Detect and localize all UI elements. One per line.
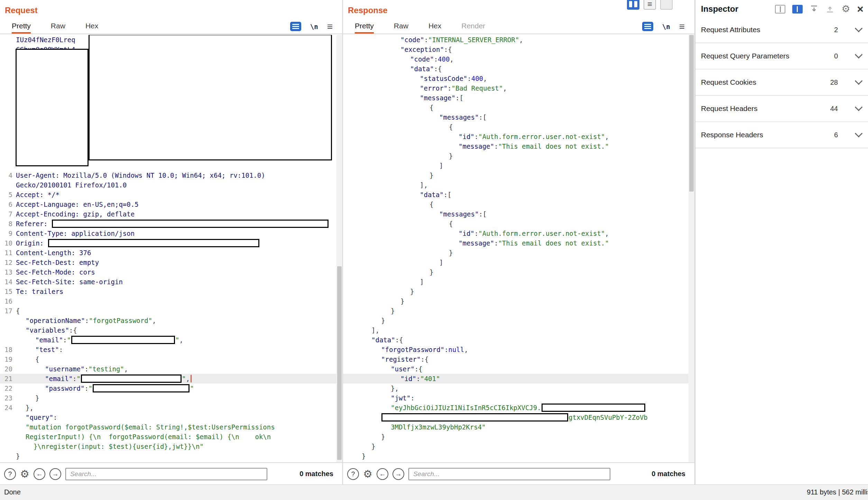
code-line[interactable]: "data":{: [343, 64, 694, 74]
code-line[interactable]: RegisterInput!) {\n forgotPassword(email…: [0, 432, 342, 442]
code-line[interactable]: ]: [343, 161, 694, 170]
code-line[interactable]: }: [343, 170, 694, 180]
help-icon[interactable]: ?: [4, 468, 16, 480]
tab-hex[interactable]: Hex: [85, 19, 98, 34]
code-line[interactable]: 15Te: trailers: [0, 287, 342, 296]
code-line[interactable]: 7Accept-Encoding: gzip, deflate: [0, 209, 342, 219]
code-line[interactable]: }: [343, 151, 694, 161]
code-line[interactable]: }: [343, 442, 694, 451]
code-line[interactable]: "error":"Bad Request",: [343, 83, 694, 93]
code-line[interactable]: "id":"401": [343, 374, 694, 383]
inspector-section-request-query-parameters[interactable]: Request Query Parameters0: [695, 43, 868, 70]
inspector-section-request-attributes[interactable]: Request Attributes2: [695, 17, 868, 43]
chevron-down-icon[interactable]: [855, 103, 863, 111]
show-newlines-icon[interactable]: \n: [662, 23, 670, 30]
code-line[interactable]: 17{: [0, 306, 342, 316]
code-line[interactable]: "forgotPassword":null,: [343, 345, 694, 354]
syntax-highlight-icon[interactable]: [642, 22, 653, 31]
code-line[interactable]: "messages":[: [343, 112, 694, 122]
inspector-layout-split-icon[interactable]: [775, 5, 785, 13]
request-editor[interactable]: IUz04fNezF0LreqCGhxmOoQ8WXmtL44User-Agen…: [0, 35, 342, 462]
code-line[interactable]: "id":"Auth.form.error.user.not-exist",: [343, 229, 694, 238]
request-scrollbar[interactable]: [336, 35, 342, 462]
code-line[interactable]: "variables":{: [0, 325, 342, 335]
code-line[interactable]: }: [343, 287, 694, 296]
code-line[interactable]: 14Sec-Fetch-Site: same-origin: [0, 277, 342, 287]
code-line[interactable]: "query":: [0, 413, 342, 422]
code-line[interactable]: ]: [343, 258, 694, 267]
code-line[interactable]: "register":{: [343, 354, 694, 364]
code-line[interactable]: gtxvDEqnSVuPbY-2ZoVb: [343, 413, 694, 422]
code-line[interactable]: "messages":[: [343, 209, 694, 219]
code-line[interactable]: {: [343, 219, 694, 229]
code-line[interactable]: 12Sec-Fetch-Dest: empty: [0, 258, 342, 267]
code-line[interactable]: "exception":{: [343, 45, 694, 54]
code-line[interactable]: }: [343, 267, 694, 277]
show-newlines-icon[interactable]: \n: [310, 23, 318, 30]
code-line[interactable]: 24},: [0, 403, 342, 413]
code-line[interactable]: 4User-Agent: Mozilla/5.0 (Windows NT 10.…: [0, 170, 342, 180]
request-search-input[interactable]: [65, 468, 267, 480]
code-line[interactable]: "message":"This email does not exist.": [343, 238, 694, 248]
tab-raw[interactable]: Raw: [394, 19, 408, 34]
code-line[interactable]: 9Content-Type: application/json: [0, 229, 342, 238]
chevron-down-icon[interactable]: [855, 25, 863, 33]
code-line[interactable]: "message":[: [343, 93, 694, 103]
code-line[interactable]: {: [343, 200, 694, 209]
code-line[interactable]: ]: [343, 277, 694, 287]
code-line[interactable]: ],: [343, 180, 694, 190]
code-line[interactable]: "data":[: [343, 190, 694, 200]
inspector-settings-icon[interactable]: ⚙: [841, 4, 850, 14]
code-line[interactable]: }\nregister(input: $test){user{id},jwt}}…: [0, 442, 342, 451]
layout-columns-icon[interactable]: [627, 0, 639, 10]
code-line[interactable]: 3MDlfjx3mzwL39ybHp2Krs4": [343, 422, 694, 432]
syntax-highlight-icon[interactable]: [290, 22, 301, 31]
tab-hex[interactable]: Hex: [428, 19, 441, 34]
inspector-layout-docked-icon[interactable]: [792, 5, 803, 13]
code-line[interactable]: }: [343, 316, 694, 325]
code-line[interactable]: "eyJhbGciOiJIUzI1NiIsInR5cCI6IkpXVCJ9.: [343, 403, 694, 413]
code-line[interactable]: 16: [0, 296, 342, 306]
tab-pretty[interactable]: Pretty: [12, 19, 31, 34]
editor-menu-icon[interactable]: ≡: [327, 22, 333, 31]
code-line[interactable]: "code":"INTERNAL_SERVER_ERROR",: [343, 35, 694, 45]
code-line[interactable]: 19{: [0, 354, 342, 364]
tab-render[interactable]: Render: [461, 19, 485, 34]
chevron-down-icon[interactable]: [855, 51, 863, 59]
inspector-close-icon[interactable]: ×: [857, 3, 864, 15]
code-line[interactable]: Gecko/20100101 Firefox/101.0: [0, 180, 342, 190]
layout-single-icon[interactable]: [660, 0, 673, 10]
expand-all-icon[interactable]: [825, 4, 834, 13]
code-line[interactable]: 21"email":"",: [0, 374, 342, 383]
inspector-section-request-cookies[interactable]: Request Cookies28: [695, 70, 868, 96]
code-line[interactable]: 8Referer:: [0, 219, 342, 229]
code-line[interactable]: 20"username":"testing",: [0, 364, 342, 374]
response-editor[interactable]: "code":"INTERNAL_SERVER_ERROR","exceptio…: [343, 35, 694, 462]
code-line[interactable]: 13Sec-Fetch-Mode: cors: [0, 267, 342, 277]
code-line[interactable]: 23}: [0, 393, 342, 403]
collapse-all-icon[interactable]: [810, 4, 819, 13]
code-line[interactable]: 10Origin:: [0, 238, 342, 248]
code-line[interactable]: ],: [343, 325, 694, 335]
code-line[interactable]: }: [0, 451, 342, 461]
code-line[interactable]: "message":"This email does not exist.": [343, 141, 694, 151]
code-line[interactable]: "id":"Auth.form.error.user.not-exist",: [343, 132, 694, 141]
code-line[interactable]: }: [343, 432, 694, 442]
code-line[interactable]: "email":"",: [0, 335, 342, 345]
layout-stacked-icon[interactable]: ≡: [644, 0, 656, 10]
code-line[interactable]: }: [343, 306, 694, 316]
response-search-input[interactable]: [408, 468, 610, 480]
code-line[interactable]: "statusCode":400,: [343, 74, 694, 83]
response-scrollbar[interactable]: [689, 35, 694, 462]
code-line[interactable]: 5Accept: */*: [0, 190, 342, 200]
code-line[interactable]: 11Content-Length: 376: [0, 248, 342, 258]
code-line[interactable]: "operationName":"forgotPassword",: [0, 316, 342, 325]
code-line[interactable]: 18"test":: [0, 345, 342, 354]
tab-raw[interactable]: Raw: [51, 19, 65, 34]
code-line[interactable]: "user":{: [343, 364, 694, 374]
chevron-down-icon[interactable]: [855, 77, 863, 85]
chevron-down-icon[interactable]: [855, 130, 863, 138]
search-settings-icon[interactable]: ⚙: [20, 469, 29, 479]
inspector-section-request-headers[interactable]: Request Headers44: [695, 96, 868, 122]
code-line[interactable]: "mutation forgotPassword($email: String!…: [0, 422, 342, 432]
